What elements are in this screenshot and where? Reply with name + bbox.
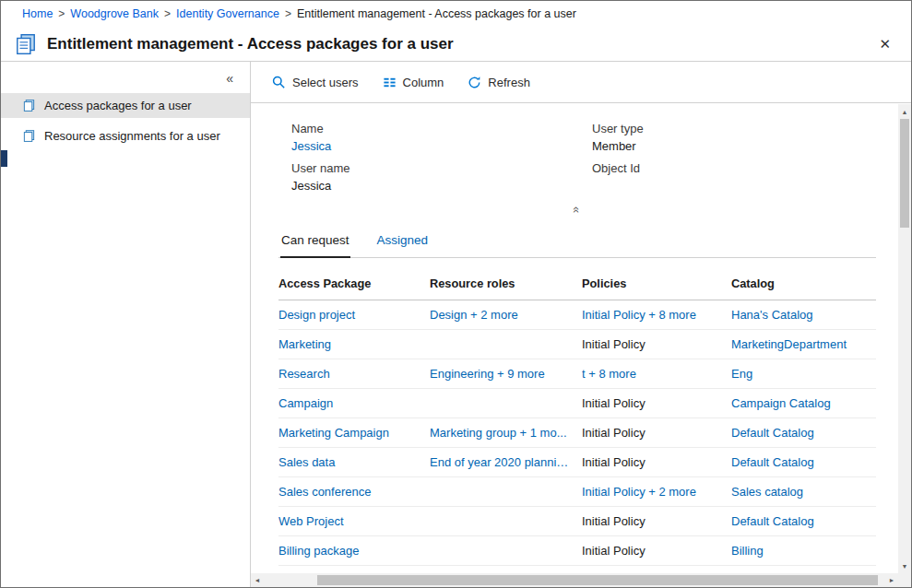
cell-policies: Initial Policy xyxy=(582,514,731,528)
cell-policies[interactable]: Initial Policy + 2 more xyxy=(582,485,731,499)
table-row: Design projectDesign + 2 moreInitial Pol… xyxy=(278,300,876,330)
cell-access-package[interactable]: Campaign xyxy=(278,396,430,410)
breadcrumb-item[interactable]: Home xyxy=(22,7,53,20)
cell-resource-roles[interactable]: Engineering + 9 more xyxy=(430,367,582,381)
main-panel: Select usersColumnRefresh NameJessicaUse… xyxy=(251,62,911,587)
column-header: Resource roles xyxy=(430,276,582,290)
vertical-scroll-thumb[interactable] xyxy=(900,119,909,228)
detail-label: Object Id xyxy=(592,161,876,175)
detail-value[interactable]: Jessica xyxy=(291,139,592,154)
scroll-up-icon[interactable]: ▲ xyxy=(898,105,911,118)
table-row: Sales dataEnd of year 2020 plannin...Ini… xyxy=(278,448,876,477)
scroll-right-icon[interactable]: ► xyxy=(885,573,898,587)
breadcrumb-item[interactable]: Identity Governance xyxy=(176,7,279,20)
content-area: NameJessicaUser typeMemberUser nameJessi… xyxy=(251,103,898,587)
table-row: ResearchEngineering + 9 moret + 8 moreEn… xyxy=(278,359,876,389)
cell-resource-roles[interactable]: Marketing group + 1 mo... xyxy=(430,426,582,440)
sidebar: « Access packages for a userResource ass… xyxy=(1,62,251,587)
close-icon: ✕ xyxy=(879,36,891,52)
toolbar-button-label: Select users xyxy=(292,76,359,89)
tab-strip: Can requestAssigned xyxy=(278,225,876,258)
column-header: Catalog xyxy=(731,276,876,290)
tab-assigned[interactable]: Assigned xyxy=(376,225,430,257)
detail-label: User type xyxy=(592,122,876,135)
cell-catalog[interactable]: MarketingDepartment xyxy=(731,337,876,351)
table-header-row: Access PackageResource rolesPoliciesCata… xyxy=(278,267,876,300)
entitlement-management-icon xyxy=(14,32,38,56)
tab-can-request[interactable]: Can request xyxy=(280,225,350,258)
detail-value xyxy=(592,179,876,194)
document-icon xyxy=(22,129,36,143)
cell-catalog[interactable]: Billing xyxy=(731,544,876,558)
cell-policies[interactable]: t + 8 more xyxy=(582,367,731,381)
horizontal-scroll-thumb[interactable] xyxy=(317,575,878,585)
breadcrumb-separator: > xyxy=(164,7,171,20)
select-users-icon xyxy=(271,75,286,89)
access-packages-table: Access PackageResource rolesPoliciesCata… xyxy=(278,267,876,566)
toolbar-select-users-button[interactable]: Select users xyxy=(271,75,359,89)
cell-resource-roles[interactable]: End of year 2020 plannin... xyxy=(430,455,582,469)
breadcrumb-item[interactable]: Woodgrove Bank xyxy=(70,7,159,20)
cell-access-package[interactable]: Marketing Campaign xyxy=(278,426,430,440)
chevrons-left-icon: « xyxy=(226,71,233,86)
sidebar-item[interactable]: Resource assignments for a user xyxy=(1,123,250,148)
breadcrumb: Home>Woodgrove Bank>Identity Governance>… xyxy=(1,1,911,27)
breadcrumb-separator: > xyxy=(58,7,65,20)
breadcrumb-item: Entitlement management - Access packages… xyxy=(297,7,576,20)
chevron-up-icon: « xyxy=(570,206,584,213)
page-title: Entitlement management - Access packages… xyxy=(47,35,454,53)
column-header: Access Package xyxy=(278,276,430,290)
scroll-left-icon[interactable]: ◄ xyxy=(251,573,264,587)
horizontal-scrollbar[interactable]: ◄ ► xyxy=(251,573,898,587)
cell-access-package[interactable]: Design project xyxy=(278,308,430,322)
user-details: NameJessicaUser typeMemberUser nameJessi… xyxy=(291,122,876,194)
toolbar: Select usersColumnRefresh xyxy=(251,62,911,103)
column-icon xyxy=(383,76,397,89)
table-row: Web ProjectInitial PolicyDefault Catalog xyxy=(278,507,876,536)
cell-policies: Initial Policy xyxy=(582,426,731,440)
cell-policies[interactable]: Initial Policy + 8 more xyxy=(582,308,731,322)
sidebar-item-label: Access packages for a user xyxy=(44,99,192,112)
detail-label: Name xyxy=(291,122,592,135)
sidebar-item-label: Resource assignments for a user xyxy=(44,129,220,143)
cell-access-package[interactable]: Sales data xyxy=(278,455,430,469)
window: Home>Woodgrove Bank>Identity Governance>… xyxy=(0,0,912,588)
cell-access-package[interactable]: Marketing xyxy=(278,337,430,351)
table-row: Sales conferenceInitial Policy + 2 moreS… xyxy=(278,477,876,507)
close-button[interactable]: ✕ xyxy=(873,34,896,54)
cell-policies: Initial Policy xyxy=(582,544,731,558)
panel-edge-accent xyxy=(1,150,7,167)
cell-access-package[interactable]: Research xyxy=(278,367,430,381)
vertical-scrollbar[interactable]: ▲ ▼ xyxy=(898,104,911,587)
scroll-down-icon[interactable]: ▼ xyxy=(898,559,911,572)
toolbar-column-button[interactable]: Column xyxy=(383,76,444,89)
details-collapse-button[interactable]: « xyxy=(278,201,876,218)
detail-field: NameJessica xyxy=(291,122,592,154)
table-row: CampaignInitial PolicyCampaign Catalog xyxy=(278,389,876,418)
detail-field: User nameJessica xyxy=(291,161,592,194)
sidebar-item[interactable]: Access packages for a user xyxy=(1,93,250,118)
sidebar-collapse-button[interactable]: « xyxy=(1,62,250,93)
cell-access-package[interactable]: Billing package xyxy=(278,544,430,558)
cell-catalog[interactable]: Hana's Catalog xyxy=(731,308,876,322)
detail-value: Jessica xyxy=(291,179,592,194)
cell-catalog[interactable]: Default Catalog xyxy=(731,455,876,469)
table-row: MarketingInitial PolicyMarketingDepartme… xyxy=(278,330,876,359)
cell-catalog[interactable]: Default Catalog xyxy=(731,514,876,528)
cell-resource-roles[interactable]: Design + 2 more xyxy=(430,308,582,322)
cell-access-package[interactable]: Sales conference xyxy=(278,485,430,499)
sidebar-menu: Access packages for a userResource assig… xyxy=(1,93,250,148)
cell-policies: Initial Policy xyxy=(582,455,731,469)
document-icon xyxy=(22,99,36,112)
cell-access-package[interactable]: Web Project xyxy=(278,514,430,528)
detail-field: Object Id xyxy=(592,161,876,194)
cell-catalog[interactable]: Sales catalog xyxy=(731,485,876,499)
cell-catalog[interactable]: Campaign Catalog xyxy=(731,396,876,410)
column-header: Policies xyxy=(582,276,731,290)
cell-catalog[interactable]: Default Catalog xyxy=(731,426,876,440)
cell-policies: Initial Policy xyxy=(582,337,731,351)
toolbar-refresh-button[interactable]: Refresh xyxy=(468,76,530,89)
cell-catalog[interactable]: Eng xyxy=(731,367,876,381)
toolbar-button-label: Refresh xyxy=(488,76,530,89)
detail-field: User typeMember xyxy=(592,122,876,154)
